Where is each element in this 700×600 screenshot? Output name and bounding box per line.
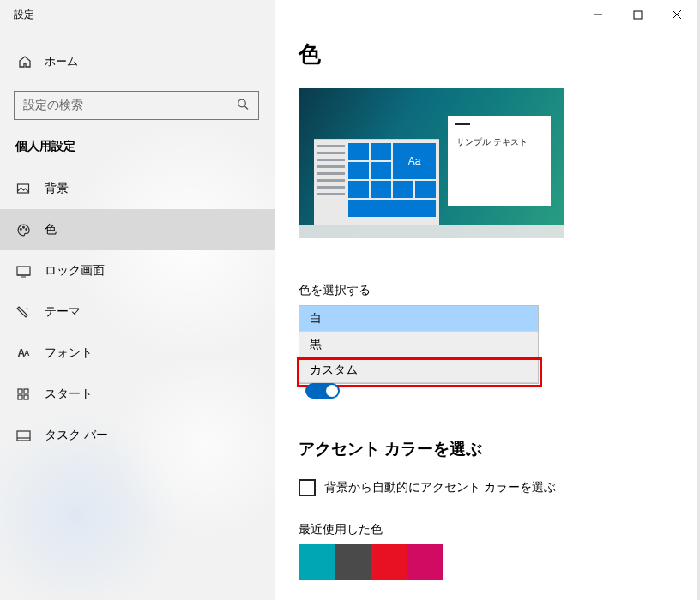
svg-rect-5 [17,267,30,275]
svg-point-4 [25,228,27,230]
svg-rect-11 [634,11,642,19]
sidebar-item-label: フォント [45,345,93,361]
svg-rect-7 [24,389,28,393]
preview-start-panel: Aa [314,139,439,225]
color-option-dark[interactable]: 黒 [299,332,538,357]
lockscreen-icon [15,263,31,279]
color-option-custom[interactable]: カスタム [299,357,538,383]
search-icon [236,98,250,114]
svg-point-0 [238,99,246,107]
color-mode-dropdown[interactable]: 白 黒 カスタム [299,305,539,384]
sidebar-item-taskbar[interactable]: タスク バー [0,415,275,456]
recent-color-swatch[interactable] [335,544,371,580]
sidebar-nav: 背景 色 ロック画面 テ [0,168,275,456]
palette-icon [15,222,31,237]
search-input[interactable]: 設定の検索 [14,91,259,120]
theme-icon [15,304,31,320]
recent-color-swatch[interactable] [407,544,443,580]
svg-rect-10 [17,431,30,441]
preview-sample-window: サンプル テキスト [448,116,551,206]
preview-tile-aa: Aa [393,143,436,179]
toggle-on-icon [305,383,340,399]
choose-color-label: 色を選択する [299,283,700,298]
color-option-light[interactable]: 白 [299,306,538,332]
maximize-button[interactable] [618,2,657,27]
picture-icon [15,181,31,196]
sidebar-item-lockscreen[interactable]: ロック画面 [0,250,275,291]
preview-taskbar [299,225,564,238]
recent-colors [299,544,700,580]
close-button[interactable] [657,2,697,27]
home-icon [17,54,33,69]
settings-sidebar: 設定 ホーム 設定の検索 個人用設定 背景 [0,0,275,600]
sidebar-item-label: 色 [45,222,57,237]
recent-color-swatch[interactable] [371,544,407,580]
sidebar-item-start[interactable]: スタート [0,374,275,415]
auto-accent-checkbox[interactable] [299,479,316,496]
taskbar-icon [15,428,31,443]
sidebar-item-label: 背景 [45,181,69,196]
window-title: 設定 [0,0,275,22]
font-icon: AA [15,345,31,361]
page-title: 色 [299,39,700,69]
svg-rect-6 [18,389,22,393]
sidebar-item-label: タスク バー [45,428,108,443]
start-icon [15,387,31,402]
sidebar-item-fonts[interactable]: AA フォント [0,333,275,374]
sidebar-item-label: ロック画面 [45,263,105,279]
search-placeholder: 設定の検索 [23,98,83,113]
svg-point-2 [20,228,21,230]
sidebar-item-label: スタート [45,387,93,402]
home-nav[interactable]: ホーム [0,45,275,79]
recent-color-swatch[interactable] [299,544,335,580]
sidebar-group-header: 個人用設定 [0,120,275,161]
svg-rect-1 [18,184,29,193]
transparency-toggle-partial[interactable]: . [305,383,700,399]
sidebar-item-label: テーマ [45,304,81,320]
sidebar-item-colors[interactable]: 色 [0,209,275,250]
svg-rect-9 [24,395,28,399]
svg-rect-8 [18,395,22,399]
content-pane: 色 Aa サンプル テキスト 色を選択する 白 黒 カスタム [275,0,700,600]
minimize-button[interactable] [578,2,618,27]
preview-sample-text: サンプル テキスト [456,136,528,148]
recent-colors-label: 最近使用した色 [299,522,700,537]
auto-accent-label: 背景から自動的にアクセント カラーを選ぶ [324,480,556,495]
accent-heading: アクセント カラーを選ぶ [299,438,700,460]
window-controls [578,2,697,27]
sidebar-item-background[interactable]: 背景 [0,168,275,209]
svg-point-3 [22,226,24,228]
sidebar-item-themes[interactable]: テーマ [0,291,275,333]
home-label: ホーム [45,54,78,69]
theme-preview: Aa サンプル テキスト [299,88,564,238]
